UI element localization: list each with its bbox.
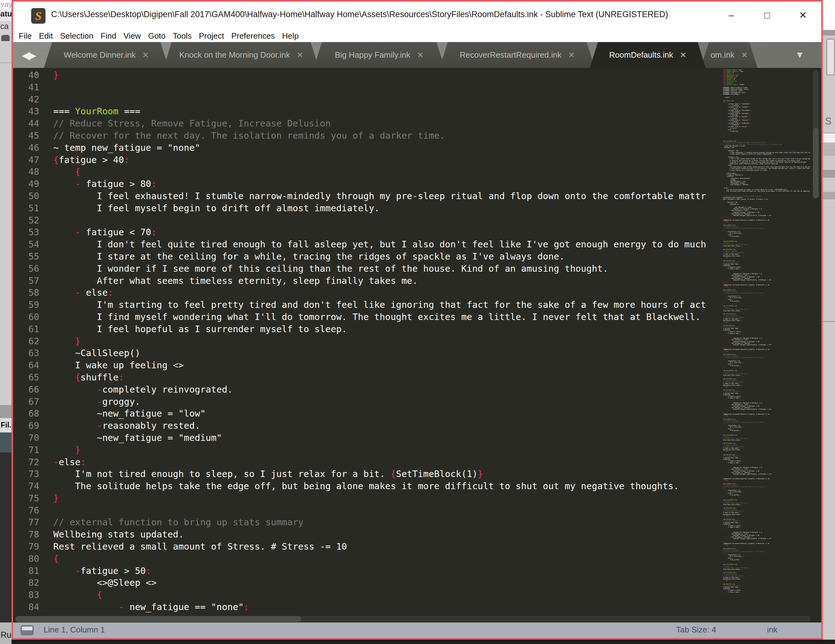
tab-label[interactable]: Big Happy Family.ink [335, 50, 410, 60]
line-number: 64 [13, 359, 39, 371]
line-number: 49 [13, 178, 39, 190]
title-bar[interactable]: S C:\Users\Jesse\Desktop\Digipen\Fall 20… [13, 2, 821, 29]
minimap[interactable]: VAR player_name = "tbd"VAR player_gender… [721, 68, 810, 598]
minimap-line: The solitude helps take the edge off, bu… [723, 190, 810, 192]
code-line: 68 ~new_fatigue = "low" [13, 408, 720, 420]
menu-view[interactable]: View [123, 31, 141, 41]
code-line: 83 { [13, 589, 720, 601]
code-line: 55 I stare at the ceiling for a while, t… [13, 250, 720, 263]
line-number: 81 [13, 565, 39, 577]
tab-roomdefaults.ink[interactable]: RoomDefaults.ink✕ [590, 42, 706, 68]
horizontal-scrollbar[interactable] [15, 616, 811, 622]
code-line: 79Rest relieved a small amount of Stress… [13, 541, 720, 553]
tab-label[interactable]: Knock on the Morning Door.ink [179, 50, 290, 60]
tab-label[interactable]: Welcome Dinner.ink [64, 50, 136, 60]
tab-welcome-dinner.ink[interactable]: Welcome Dinner.ink✕ [44, 42, 169, 68]
menu-find[interactable]: Find [101, 31, 117, 41]
editor-area[interactable]: 40}414243=== YourRoom ===44// Reduce Str… [13, 68, 821, 616]
tab-om.ink[interactable]: om.ink✕ [701, 42, 757, 68]
code-line: 56 I wonder if I see more of this ceilin… [13, 263, 720, 275]
line-number: 56 [13, 263, 39, 275]
background-band [823, 170, 835, 177]
tab-overflow-dropdown-icon[interactable]: ▼ [795, 50, 804, 60]
menu-selection[interactable]: Selection [60, 31, 93, 41]
menu-edit[interactable]: Edit [39, 31, 53, 41]
line-number: 58 [13, 287, 39, 299]
menu-help[interactable]: Help [282, 31, 299, 41]
line-number: 46 [13, 142, 39, 154]
code-line: 47{fatigue > 40: [13, 154, 720, 166]
line-number: 59 [13, 299, 39, 311]
vertical-scrollbar[interactable] [813, 70, 819, 198]
tab-close-icon[interactable]: ✕ [741, 51, 747, 60]
code-line: 74 The solitude helps take the edge off,… [13, 480, 720, 492]
tab-close-icon[interactable]: ✕ [142, 51, 149, 60]
menu-file[interactable]: File [19, 31, 32, 41]
maximize-button[interactable]: □ [756, 7, 778, 23]
background-band [823, 321, 835, 322]
tab-knock-on-the-morning-door.ink[interactable]: Knock on the Morning Door.ink✕ [164, 42, 319, 68]
code-line: 43=== YourRoom === [13, 105, 720, 117]
line-number: 52 [13, 215, 39, 226]
line-number: 63 [13, 347, 39, 359]
menu-preferences[interactable]: Preferences [231, 31, 275, 41]
code-line: 75} [13, 492, 720, 504]
line-number: 79 [13, 541, 39, 553]
code-line: 84 - new_fatigue == "none": [13, 601, 720, 613]
background-band [823, 0, 835, 30]
code-line: 77// external function to bring up stats… [13, 516, 720, 529]
background-band [823, 144, 835, 156]
line-number: 57 [13, 275, 39, 287]
code-line: 64 I wake up feeling <> [13, 359, 720, 371]
syntax-indicator[interactable]: ink [767, 625, 777, 635]
tab-close-icon[interactable]: ✕ [568, 51, 575, 60]
tab-label[interactable]: RoomDefaults.ink [609, 50, 673, 60]
line-number: 67 [13, 396, 39, 408]
tab-recoverrestartrequired.ink[interactable]: RecoverRestartRequired.ink✕ [440, 42, 595, 68]
code-line: 78Wellbeing stats updated. [13, 529, 720, 541]
tab-nav-arrows[interactable]: ◀▶ [22, 49, 34, 61]
panel-switcher-icon[interactable] [21, 625, 34, 635]
minimap-line [723, 594, 810, 596]
code-line: 61 I feel hopeful as I surrender myself … [13, 323, 720, 335]
tab-label[interactable]: RecoverRestartRequired.ink [460, 50, 562, 60]
line-number: 83 [13, 589, 39, 601]
code-line: 70 ~new_fatigue = "medium" [13, 432, 720, 444]
window-title: C:\Users\Jesse\Desktop\Digipen\Fall 2017… [51, 10, 668, 20]
line-number: 47 [13, 154, 39, 166]
code-view[interactable]: 40}414243=== YourRoom ===44// Reduce Str… [13, 69, 720, 613]
code-line: 72-else: [13, 456, 720, 468]
tab-close-icon[interactable]: ✕ [417, 51, 423, 60]
background-band [0, 433, 11, 452]
background-band [823, 133, 835, 143]
tab-bar: ◀▶ Welcome Dinner.ink✕Knock on the Morni… [13, 42, 821, 68]
divider [0, 62, 11, 63]
horizontal-scrollbar-thumb[interactable] [16, 616, 301, 622]
line-number: 76 [13, 504, 39, 517]
tab-size-indicator[interactable]: Tab Size: 4 [676, 625, 716, 635]
menu-goto[interactable]: Goto [148, 31, 166, 41]
tab-big-happy-family.ink[interactable]: Big Happy Family.ink✕ [314, 42, 445, 68]
menu-tools[interactable]: Tools [173, 31, 192, 41]
line-number: 73 [13, 468, 39, 480]
background-text-fragment: atu [0, 9, 11, 21]
vertical-scrollbar-thumb[interactable] [813, 128, 819, 198]
code-line: 63 ~CallSleep() [13, 347, 720, 359]
close-button[interactable]: ✕ [792, 7, 814, 23]
background-text-fragment: Ru [0, 623, 11, 644]
menu-project[interactable]: Project [199, 31, 224, 41]
tab-label[interactable]: om.ink [711, 50, 735, 60]
tab-back-icon[interactable]: ◀ [22, 49, 28, 61]
minimize-button[interactable]: – [720, 7, 742, 23]
line-number: 51 [13, 202, 39, 215]
background-band [823, 192, 835, 199]
background-band [0, 452, 11, 623]
tab-forward-icon[interactable]: ▶ [28, 49, 34, 61]
line-number: 48 [13, 166, 39, 178]
code-line: 52 [13, 215, 720, 226]
tab-close-icon[interactable]: ✕ [680, 51, 686, 60]
code-line: 58 - else: [13, 287, 720, 299]
background-icon [1, 35, 10, 41]
line-number: 84 [13, 601, 39, 613]
tab-close-icon[interactable]: ✕ [297, 51, 303, 60]
